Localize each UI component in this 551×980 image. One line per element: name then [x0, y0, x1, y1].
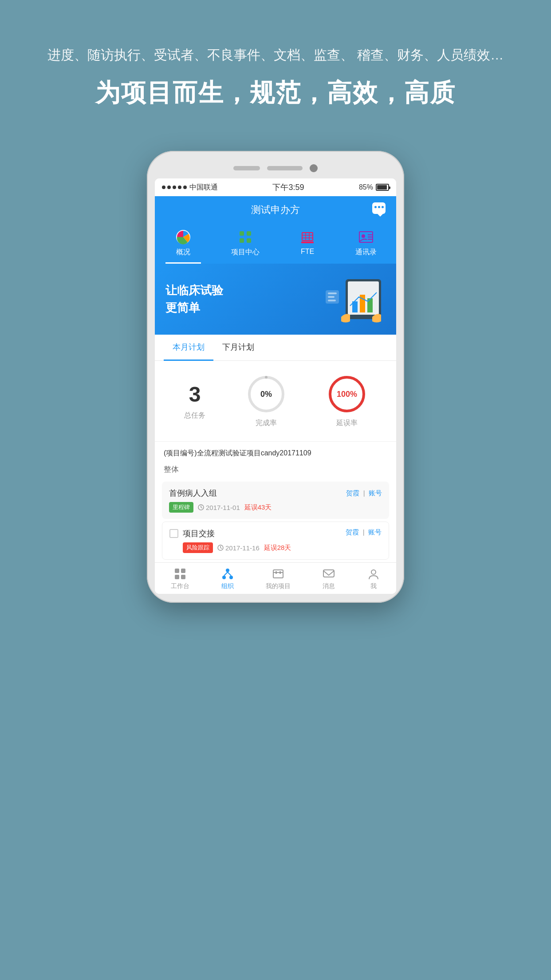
task-2-header: 项目交接 贺霞 | 账号	[169, 528, 382, 539]
tab-project-label: 项目中心	[231, 248, 260, 257]
svg-rect-36	[181, 569, 185, 573]
plan-tab-current-month[interactable]: 本月计划	[164, 335, 213, 361]
plan-section: 本月计划 下月计划 3 总任务	[155, 335, 396, 560]
task-1-delay: 延误43天	[244, 503, 272, 512]
task-2-delay: 延误28天	[264, 544, 291, 552]
task-2-assignees: 贺霞 | 账号	[346, 528, 382, 537]
completion-circle: 0%	[246, 374, 286, 414]
clock-icon-2	[217, 545, 224, 551]
bottom-nav-me[interactable]: 我	[367, 567, 380, 590]
tab-overview[interactable]: 概况	[165, 228, 201, 264]
svg-rect-1	[240, 231, 244, 236]
top-subtitle: 进度、随访执行、受试者、不良事件、文档、监查、 稽查、财务、人员绩效…	[0, 44, 551, 66]
phone-shell: 中国联通 下午3:59 85% 测试申办方	[147, 151, 404, 603]
chat-dots	[374, 206, 384, 208]
phone-earpiece	[267, 166, 303, 170]
bottom-nav-org[interactable]: 组织	[221, 567, 234, 590]
signal-dot	[162, 186, 165, 189]
task-item-1[interactable]: 首例病人入组 贺霞 | 账号 里程碑	[162, 482, 389, 519]
tab-contacts[interactable]: 通讯录	[346, 228, 386, 264]
svg-rect-3	[240, 238, 244, 243]
signal-dot	[167, 186, 171, 189]
fte-icon	[299, 228, 316, 246]
bottom-nav-workbench[interactable]: 工作台	[171, 567, 189, 590]
svg-rect-23	[328, 296, 335, 298]
app-header: 测试申办方	[155, 196, 396, 224]
workbench-icon	[173, 567, 187, 581]
task-1-assignees: 贺霞 | 账号	[346, 489, 382, 498]
battery-percent: 85%	[359, 183, 373, 191]
stat-total-tasks: 3 总任务	[184, 382, 205, 420]
tab-overview-label: 概况	[176, 248, 190, 257]
phone-screen: 中国联通 下午3:59 85% 测试申办方	[155, 178, 396, 594]
task-2-checkbox[interactable]	[169, 529, 178, 538]
task-2-meta: 风险跟踪 2017-11-16 延误28天	[183, 542, 382, 553]
stat-completion-rate: 0% 完成率	[246, 374, 286, 428]
overview-icon	[174, 228, 192, 246]
svg-rect-38	[181, 575, 185, 579]
svg-rect-35	[175, 569, 179, 573]
tab-fte-label: FTE	[301, 248, 314, 256]
svg-point-41	[229, 576, 233, 579]
bottom-nav-my-projects[interactable]: 我的项目	[266, 567, 291, 590]
messages-icon	[322, 567, 335, 581]
task-item-2[interactable]: 项目交接 贺霞 | 账号 风险跟踪	[162, 522, 389, 560]
signal-dot	[178, 186, 181, 189]
project-center-icon	[236, 228, 254, 246]
delay-circle: 100%	[327, 374, 367, 414]
svg-rect-46	[276, 571, 277, 574]
svg-point-12	[362, 234, 365, 238]
task-1-badge: 里程碑	[169, 502, 193, 513]
task-2-badge: 风险跟踪	[183, 542, 213, 553]
task-2-name: 项目交接	[183, 528, 215, 539]
task-1-header: 首例病人入组 贺霞 | 账号	[169, 488, 382, 498]
my-projects-label: 我的项目	[266, 582, 291, 590]
battery-fill	[377, 185, 387, 190]
battery-icon	[376, 184, 389, 191]
banner: 让临床试验 更简单	[155, 264, 396, 335]
task-1-date: 2017-11-01	[198, 504, 240, 511]
svg-line-43	[228, 572, 231, 576]
workbench-label: 工作台	[171, 582, 189, 590]
project-name: (项目编号)全流程测试验证项目candy20171109	[155, 442, 396, 462]
tab-project-center[interactable]: 项目中心	[222, 228, 268, 264]
svg-rect-37	[175, 575, 179, 579]
messages-label: 消息	[323, 582, 335, 590]
org-icon	[221, 567, 234, 581]
svg-rect-22	[328, 292, 337, 294]
task-2-assignee1: 贺霞	[346, 528, 359, 536]
tab-fte[interactable]: FTE	[290, 228, 325, 264]
delay-rate-label: 延误率	[336, 419, 358, 428]
banner-text: 让临床试验 更简单	[165, 282, 323, 316]
contacts-icon	[357, 228, 375, 246]
svg-line-42	[224, 572, 228, 576]
total-tasks-value: 3	[189, 382, 201, 407]
svg-point-40	[222, 576, 226, 579]
svg-rect-4	[247, 238, 251, 243]
delay-rate-value: 100%	[337, 390, 357, 399]
svg-point-39	[226, 569, 229, 572]
stat-delay-rate: 100% 延误率	[327, 374, 367, 428]
svg-line-31	[201, 507, 202, 508]
bottom-navbar: 工作台 组织	[155, 562, 396, 594]
svg-rect-5	[301, 241, 314, 243]
status-bar: 中国联通 下午3:59 85%	[155, 178, 396, 196]
plan-tabs: 本月计划 下月计划	[155, 335, 396, 361]
svg-rect-2	[247, 231, 251, 236]
my-projects-icon	[272, 567, 285, 581]
top-title: 为项目而生，规范，高效，高质	[0, 76, 551, 110]
carrier-label: 中国联通	[189, 183, 218, 192]
bottom-nav-messages[interactable]: 消息	[322, 567, 335, 590]
plan-tab-next-month[interactable]: 下月计划	[213, 335, 263, 361]
me-label: 我	[370, 582, 377, 590]
me-icon	[367, 567, 380, 581]
app-title: 测试申办方	[179, 203, 372, 217]
signal-dot	[183, 186, 187, 189]
completion-rate-label: 完成率	[256, 419, 277, 428]
phone-top-hardware	[155, 164, 396, 172]
chat-icon[interactable]	[372, 202, 387, 217]
task-2-date: 2017-11-16	[217, 544, 260, 552]
tab-contacts-label: 通讯录	[355, 248, 377, 257]
svg-rect-47	[279, 571, 281, 574]
svg-rect-24	[328, 300, 336, 301]
